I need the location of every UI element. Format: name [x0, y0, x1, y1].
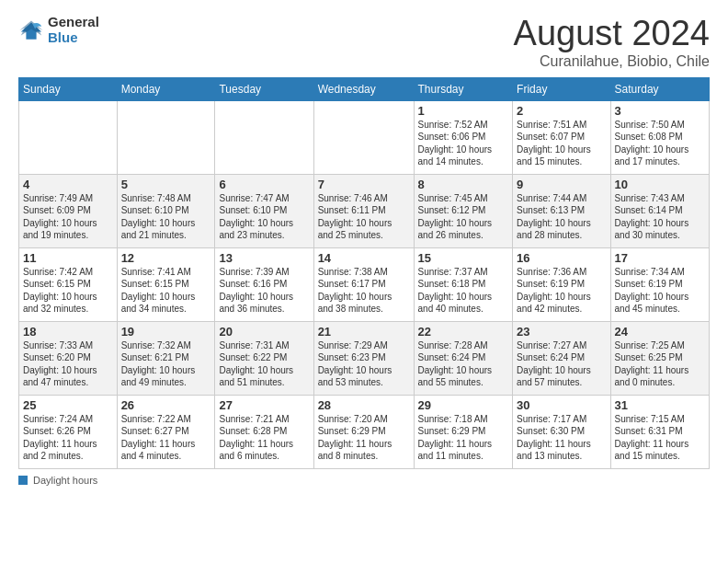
day-info: Sunrise: 7:29 AM Sunset: 6:23 PM Dayligh… [318, 339, 410, 389]
calendar-cell: 2Sunrise: 7:51 AM Sunset: 6:07 PM Daylig… [513, 100, 610, 174]
day-number: 15 [418, 251, 509, 265]
logo-line2: Blue [48, 30, 99, 46]
day-info: Sunrise: 7:15 AM Sunset: 6:31 PM Dayligh… [615, 413, 705, 463]
day-info: Sunrise: 7:20 AM Sunset: 6:29 PM Dayligh… [318, 413, 410, 463]
calendar-cell: 14Sunrise: 7:38 AM Sunset: 6:17 PM Dayli… [313, 247, 414, 321]
day-number: 20 [219, 325, 309, 339]
month-title: August 2024 [514, 15, 710, 53]
day-number: 30 [517, 398, 606, 412]
title-block: August 2024 Curanilahue, Biobio, Chile [514, 15, 710, 70]
calendar-table: SundayMondayTuesdayWednesdayThursdayFrid… [18, 77, 710, 469]
daylight-dot [18, 476, 28, 485]
page: General Blue August 2024 Curanilahue, Bi… [0, 0, 728, 563]
day-number: 7 [318, 178, 410, 191]
calendar-cell: 19Sunrise: 7:32 AM Sunset: 6:21 PM Dayli… [117, 321, 215, 395]
calendar-cell: 27Sunrise: 7:21 AM Sunset: 6:28 PM Dayli… [215, 395, 313, 468]
calendar-week-row: 1Sunrise: 7:52 AM Sunset: 6:06 PM Daylig… [19, 100, 710, 174]
day-info: Sunrise: 7:42 AM Sunset: 6:15 PM Dayligh… [23, 266, 113, 316]
day-info: Sunrise: 7:49 AM Sunset: 6:09 PM Dayligh… [23, 192, 113, 242]
day-number: 19 [121, 325, 211, 339]
day-info: Sunrise: 7:47 AM Sunset: 6:10 PM Dayligh… [219, 192, 309, 242]
day-number: 2 [517, 104, 606, 118]
day-number: 6 [219, 178, 309, 191]
calendar-cell: 25Sunrise: 7:24 AM Sunset: 6:26 PM Dayli… [19, 395, 118, 468]
day-info: Sunrise: 7:41 AM Sunset: 6:15 PM Dayligh… [121, 266, 211, 316]
footer: Daylight hours [18, 475, 710, 486]
weekday-header: Thursday [414, 77, 513, 100]
day-number: 22 [418, 325, 509, 339]
weekday-header: Friday [513, 77, 610, 100]
day-number: 18 [23, 325, 113, 339]
day-number: 8 [418, 178, 509, 191]
header: General Blue August 2024 Curanilahue, Bi… [18, 15, 710, 70]
calendar-cell [313, 100, 414, 174]
day-number: 21 [318, 325, 410, 339]
weekday-header: Saturday [610, 77, 709, 100]
logo-icon [18, 17, 44, 43]
calendar-cell: 9Sunrise: 7:44 AM Sunset: 6:13 PM Daylig… [513, 174, 610, 247]
weekday-header: Sunday [19, 77, 118, 100]
logo-line1: General [48, 15, 99, 30]
calendar-week-row: 18Sunrise: 7:33 AM Sunset: 6:20 PM Dayli… [19, 321, 710, 395]
calendar-week-row: 4Sunrise: 7:49 AM Sunset: 6:09 PM Daylig… [19, 174, 710, 247]
weekday-header: Monday [117, 77, 215, 100]
calendar-cell: 24Sunrise: 7:25 AM Sunset: 6:25 PM Dayli… [610, 321, 709, 395]
day-number: 4 [23, 178, 113, 191]
day-info: Sunrise: 7:45 AM Sunset: 6:12 PM Dayligh… [418, 192, 509, 242]
calendar-cell: 4Sunrise: 7:49 AM Sunset: 6:09 PM Daylig… [19, 174, 118, 247]
day-info: Sunrise: 7:17 AM Sunset: 6:30 PM Dayligh… [517, 413, 606, 463]
calendar-cell: 6Sunrise: 7:47 AM Sunset: 6:10 PM Daylig… [215, 174, 313, 247]
day-number: 12 [121, 251, 211, 265]
day-info: Sunrise: 7:34 AM Sunset: 6:19 PM Dayligh… [615, 266, 705, 316]
calendar-cell: 18Sunrise: 7:33 AM Sunset: 6:20 PM Dayli… [19, 321, 118, 395]
footer-label: Daylight hours [33, 475, 97, 486]
calendar-cell: 28Sunrise: 7:20 AM Sunset: 6:29 PM Dayli… [313, 395, 414, 468]
day-number: 17 [615, 251, 705, 265]
day-info: Sunrise: 7:24 AM Sunset: 6:26 PM Dayligh… [23, 413, 113, 463]
day-number: 23 [517, 325, 606, 339]
calendar-cell: 12Sunrise: 7:41 AM Sunset: 6:15 PM Dayli… [117, 247, 215, 321]
calendar-cell: 23Sunrise: 7:27 AM Sunset: 6:24 PM Dayli… [513, 321, 610, 395]
calendar-cell: 17Sunrise: 7:34 AM Sunset: 6:19 PM Dayli… [610, 247, 709, 321]
calendar-cell: 13Sunrise: 7:39 AM Sunset: 6:16 PM Dayli… [215, 247, 313, 321]
day-info: Sunrise: 7:46 AM Sunset: 6:11 PM Dayligh… [318, 192, 410, 242]
calendar-cell: 10Sunrise: 7:43 AM Sunset: 6:14 PM Dayli… [610, 174, 709, 247]
day-number: 25 [23, 398, 113, 412]
day-info: Sunrise: 7:18 AM Sunset: 6:29 PM Dayligh… [418, 413, 509, 463]
day-info: Sunrise: 7:48 AM Sunset: 6:10 PM Dayligh… [121, 192, 211, 242]
logo-text: General Blue [48, 15, 99, 45]
day-info: Sunrise: 7:22 AM Sunset: 6:27 PM Dayligh… [121, 413, 211, 463]
calendar-cell: 20Sunrise: 7:31 AM Sunset: 6:22 PM Dayli… [215, 321, 313, 395]
day-number: 5 [121, 178, 211, 191]
day-number: 9 [517, 178, 606, 191]
location: Curanilahue, Biobio, Chile [514, 53, 710, 70]
day-number: 29 [418, 398, 509, 412]
calendar-cell: 15Sunrise: 7:37 AM Sunset: 6:18 PM Dayli… [414, 247, 513, 321]
calendar-cell: 11Sunrise: 7:42 AM Sunset: 6:15 PM Dayli… [19, 247, 118, 321]
calendar-cell [117, 100, 215, 174]
day-number: 10 [615, 178, 705, 191]
calendar-week-row: 11Sunrise: 7:42 AM Sunset: 6:15 PM Dayli… [19, 247, 710, 321]
calendar-cell [215, 100, 313, 174]
day-number: 24 [615, 325, 705, 339]
day-info: Sunrise: 7:31 AM Sunset: 6:22 PM Dayligh… [219, 339, 309, 389]
calendar-cell: 26Sunrise: 7:22 AM Sunset: 6:27 PM Dayli… [117, 395, 215, 468]
day-number: 16 [517, 251, 606, 265]
day-info: Sunrise: 7:36 AM Sunset: 6:19 PM Dayligh… [517, 266, 606, 316]
calendar-cell: 30Sunrise: 7:17 AM Sunset: 6:30 PM Dayli… [513, 395, 610, 468]
day-info: Sunrise: 7:52 AM Sunset: 6:06 PM Dayligh… [418, 119, 509, 168]
weekday-header: Tuesday [215, 77, 313, 100]
day-info: Sunrise: 7:27 AM Sunset: 6:24 PM Dayligh… [517, 339, 606, 389]
weekday-header-row: SundayMondayTuesdayWednesdayThursdayFrid… [19, 77, 710, 100]
logo: General Blue [18, 15, 99, 45]
day-number: 3 [615, 104, 705, 118]
day-info: Sunrise: 7:44 AM Sunset: 6:13 PM Dayligh… [517, 192, 606, 242]
day-info: Sunrise: 7:39 AM Sunset: 6:16 PM Dayligh… [219, 266, 309, 316]
day-info: Sunrise: 7:33 AM Sunset: 6:20 PM Dayligh… [23, 339, 113, 389]
day-number: 14 [318, 251, 410, 265]
calendar-cell [19, 100, 118, 174]
day-number: 1 [418, 104, 509, 118]
day-info: Sunrise: 7:51 AM Sunset: 6:07 PM Dayligh… [517, 119, 606, 168]
calendar-cell: 29Sunrise: 7:18 AM Sunset: 6:29 PM Dayli… [414, 395, 513, 468]
day-info: Sunrise: 7:25 AM Sunset: 6:25 PM Dayligh… [615, 339, 705, 389]
